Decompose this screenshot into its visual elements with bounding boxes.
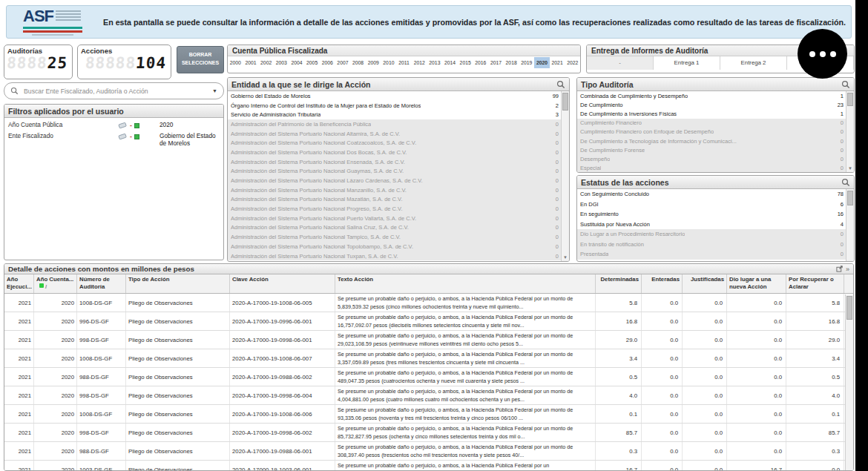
year-option[interactable]: 2008 — [350, 57, 366, 68]
expand-icon[interactable]: » — [846, 266, 849, 273]
export-icon[interactable] — [836, 266, 843, 272]
table-row[interactable]: 2021 2020 988-DS-GF Pliego de Observacio… — [4, 368, 853, 386]
scrollbar-thumb[interactable] — [846, 296, 852, 320]
table-row[interactable]: 2021 2020 1008-DS-GF Pliego de Observaci… — [4, 349, 853, 368]
year-option[interactable]: 2021 — [550, 57, 565, 68]
year-option[interactable]: 2007 — [335, 57, 351, 68]
scrollbar-thumb[interactable] — [847, 93, 853, 106]
year-option[interactable]: 2001 — [243, 57, 259, 68]
scrollbar-thumb[interactable] — [562, 93, 568, 111]
list-item[interactable]: Administración del Sistema Portuario Nac… — [228, 214, 569, 223]
table-row[interactable]: 2021 2020 998-DS-GF Pliego de Observacio… — [4, 424, 853, 442]
col-header-nueva-accion[interactable]: Dio lugar a una nueva Acción — [727, 274, 786, 293]
list-item[interactable]: Especial 0 — [577, 164, 854, 173]
eraser-icon[interactable] — [118, 122, 128, 129]
list-item[interactable]: Servicio de Administración Tributaria 3 — [228, 110, 569, 119]
list-item[interactable]: Administración del Sistema Portuario Nac… — [228, 167, 569, 177]
year-option[interactable]: 2003 — [274, 57, 289, 68]
year-option[interactable]: 2019 — [519, 57, 534, 68]
col-header-determinadas[interactable]: Determinadas — [596, 274, 642, 293]
table-row[interactable]: 2021 2020 998-DS-GF Pliego de Observacio… — [4, 331, 853, 349]
search-icon[interactable] — [841, 178, 850, 187]
col-header-anio-ejecucion[interactable]: Año Ejecuci... — [4, 274, 34, 293]
entrega-option[interactable]: Entrega 1 — [654, 56, 720, 70]
entrega-option[interactable]: Entrega 2 — [720, 56, 787, 70]
scrollbar[interactable]: ▼ — [561, 91, 569, 261]
year-option[interactable]: 2004 — [289, 57, 305, 68]
year-option[interactable]: 2017 — [488, 57, 504, 68]
col-header-por-recuperar[interactable]: Por Recuperar o Aclarar — [786, 274, 844, 293]
col-header-justificadas[interactable]: Justificadas — [683, 274, 727, 293]
eraser-icon[interactable] — [118, 133, 128, 140]
scrollbar[interactable]: ▼ — [846, 91, 854, 172]
list-item[interactable]: En seguimiento 16 — [577, 209, 854, 220]
scroll-down-icon[interactable]: ▼ — [562, 254, 569, 261]
list-item[interactable]: De Cumplimiento 23 — [577, 100, 854, 109]
year-option[interactable]: 2020 — [534, 57, 550, 68]
list-item[interactable]: Dio Lugar a un Procedimiento Resarcitori… — [577, 229, 854, 240]
list-item[interactable]: Cumplimiento Financiero 0 — [577, 119, 854, 128]
list-item[interactable]: Administración del Sistema Portuario Nac… — [228, 232, 569, 242]
year-option[interactable]: 2016 — [473, 57, 489, 68]
col-header-texto-accion[interactable]: Texto Acción — [335, 274, 596, 293]
list-item[interactable]: Desempeño 0 — [577, 154, 854, 163]
year-option[interactable]: 2015 — [458, 57, 473, 68]
col-header-clave-accion[interactable]: Clave Acción — [230, 274, 335, 293]
list-item[interactable]: Administración del Sistema Portuario Nac… — [228, 242, 569, 251]
list-item[interactable]: Administración del Sistema Portuario Nac… — [228, 176, 569, 185]
list-item[interactable]: Administración del Sistema Portuario Nac… — [228, 251, 569, 261]
list-item[interactable]: Administración del Sistema Portuario Nac… — [228, 195, 569, 205]
list-item[interactable]: Con Seguimiento Concluido 78 — [577, 189, 854, 200]
list-item[interactable]: De Cumplimiento Forense 0 — [577, 145, 854, 154]
table-row[interactable]: 2021 2020 998-DS-GF Pliego de Observacio… — [4, 386, 853, 405]
entrega-option[interactable]: - — [587, 56, 654, 70]
table-row[interactable]: 2021 2020 1008-DS-GF Pliego de Observaci… — [4, 405, 853, 424]
dropdown-arrow-icon[interactable]: ▼ — [212, 88, 217, 93]
list-item[interactable]: Administración del Sistema Portuario Nac… — [228, 157, 569, 167]
search-icon[interactable] — [841, 80, 850, 89]
col-header-enteradas[interactable]: Enteradas — [642, 274, 683, 293]
list-item[interactable]: Gobierno del Estado de Morelos 99 — [228, 91, 569, 101]
list-item[interactable]: En tránsito de notificación 0 — [577, 240, 854, 250]
list-item[interactable]: Administración del Patrimonio de la Bene… — [228, 119, 569, 129]
search-icon[interactable] — [556, 80, 565, 89]
col-header-tipo-accion[interactable]: Tipo de Acción — [126, 274, 230, 293]
year-option[interactable]: 2011 — [396, 57, 412, 68]
scrollbar[interactable] — [845, 294, 853, 470]
list-item[interactable]: Cumplimiento Financiero con Enfoque de D… — [577, 128, 854, 136]
year-option[interactable]: 2006 — [320, 57, 335, 68]
more-options-button[interactable] — [798, 29, 847, 79]
year-option[interactable]: 2018 — [504, 57, 519, 68]
list-item[interactable]: Administración del Sistema Portuario Nac… — [228, 129, 569, 139]
list-item[interactable]: Combinada de Cumplimiento y Desempeño 1 — [577, 91, 854, 100]
list-item[interactable]: Sustituida por Nueva Acción 4 — [577, 220, 854, 230]
table-row[interactable]: 2021 2020 1003-DS-GF Pliego de Observaci… — [4, 461, 853, 471]
list-item[interactable]: Administración del Sistema Portuario Nac… — [228, 138, 569, 148]
list-item[interactable]: De Cumplimiento a Inversiones Físicas 1 — [577, 109, 854, 118]
table-row[interactable]: 2021 2020 988-DS-GF Pliego de Observacio… — [4, 442, 853, 461]
list-item[interactable]: Administración del Sistema Portuario Nac… — [228, 223, 569, 233]
scroll-down-icon[interactable]: ▼ — [846, 165, 854, 172]
list-item[interactable]: Administración del Sistema Portuario Nac… — [228, 185, 569, 195]
search-input[interactable] — [22, 87, 208, 96]
scrollbar[interactable] — [846, 189, 854, 261]
year-option[interactable]: 2002 — [258, 57, 274, 68]
clear-selections-button[interactable]: BORRAR SELECCIONES — [177, 46, 224, 73]
year-option[interactable]: 2013 — [427, 57, 443, 68]
year-option[interactable]: 2010 — [381, 57, 397, 68]
list-item[interactable]: En DGI 6 — [577, 200, 854, 210]
year-option[interactable]: 2005 — [304, 57, 320, 68]
table-row[interactable]: 2021 2020 996-DS-GF Pliego de Observacio… — [4, 312, 853, 331]
list-item[interactable]: Presentada 0 — [577, 249, 854, 260]
list-item[interactable]: Administración del Sistema Portuario Nac… — [228, 204, 569, 214]
list-item[interactable]: Órgano Interno de Control del Instituto … — [228, 101, 569, 111]
scrollbar-thumb[interactable] — [847, 191, 853, 205]
col-header-anio-cuenta[interactable]: Año Cuenta.../ — [34, 274, 77, 293]
year-option[interactable]: 2012 — [412, 57, 427, 68]
search-combobox[interactable]: ▼ — [4, 82, 224, 99]
table-row[interactable]: 2021 2020 1008-DS-GF Pliego de Observaci… — [4, 294, 853, 312]
year-option[interactable]: 2022 — [565, 57, 580, 68]
year-option[interactable]: 2009 — [366, 57, 381, 68]
list-item[interactable]: Administración del Sistema Portuario Nac… — [228, 148, 569, 157]
list-item[interactable]: De Cumplimiento a Tecnologías de Informa… — [577, 136, 854, 145]
